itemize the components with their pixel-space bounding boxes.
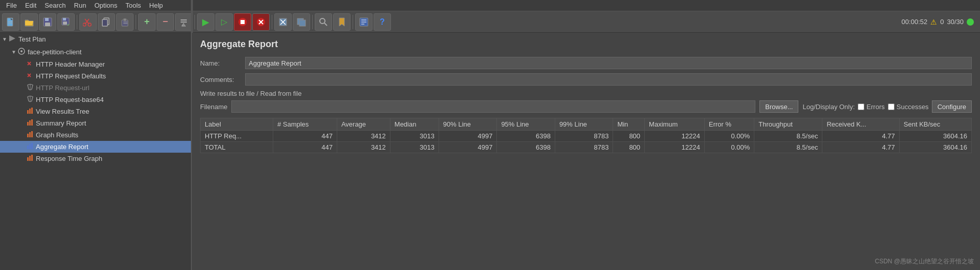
tree-label-http-header-manager: HTTP Header Manager [36, 60, 105, 68]
sidebar-item-http-request-base64[interactable]: HTTP Request-base64 [0, 94, 191, 106]
successes-checkbox[interactable] [888, 103, 895, 110]
comments-row: Comments: [200, 73, 972, 86]
separator-5 [312, 15, 313, 29]
toggle-button[interactable] [175, 13, 192, 31]
toolbar: + + − ▶ ▷ [0, 11, 980, 33]
sidebar-item-test-plan[interactable]: ▼Test Plan [0, 33, 191, 46]
copy-button[interactable] [98, 13, 115, 31]
stop-button[interactable] [234, 13, 251, 31]
svg-marker-36 [9, 35, 15, 41]
menu-edit[interactable]: Edit [21, 1, 40, 10]
tree-label-view-results-tree: View Results Tree [36, 108, 90, 115]
start-no-pause-button[interactable]: ▷ [215, 13, 233, 31]
sidebar-item-http-header-manager[interactable]: HTTP Header Manager [0, 58, 191, 70]
svg-rect-58 [29, 156, 31, 161]
sidebar-item-http-request-url[interactable]: HTTP Request-url [0, 82, 191, 94]
svg-rect-59 [31, 155, 33, 161]
clear-all-button[interactable] [293, 13, 310, 31]
filename-input[interactable] [231, 100, 755, 113]
help-button[interactable]: ? [374, 13, 391, 31]
aggregate-table: Label# SamplesAverageMedian90% Line95% L… [200, 118, 972, 153]
tree-label-aggregate-report: Aggregate Report [36, 143, 89, 151]
bookmark-button[interactable] [333, 13, 351, 31]
svg-rect-45 [27, 110, 29, 114]
tree-icon-response-time-graph [27, 154, 34, 163]
col-header: Average [337, 118, 390, 131]
sidebar-item-http-request-defaults[interactable]: HTTP Request Defaults [0, 70, 191, 82]
table-cell: 8783 [555, 131, 613, 142]
test-count: 30/30 [947, 18, 964, 26]
col-header: # Samples [273, 118, 337, 131]
separator-1 [77, 15, 77, 29]
menu-search[interactable]: Search [40, 1, 70, 10]
toolbar-status: 00:00:52 ⚠ 0 30/30 [902, 18, 978, 26]
svg-rect-56 [31, 143, 33, 149]
tree-label-test-plan: Test Plan [18, 35, 46, 43]
svg-rect-49 [29, 120, 31, 126]
start-button[interactable]: ▶ [197, 13, 214, 31]
sidebar-item-view-results-tree[interactable]: View Results Tree [0, 106, 191, 117]
remove-button[interactable]: − [157, 13, 174, 31]
cut-button[interactable] [79, 13, 97, 31]
menu-file[interactable]: File [2, 1, 21, 10]
table-row: TOTAL44734123013499763988783800122240.00… [201, 142, 972, 153]
filename-label: Filename [200, 103, 227, 111]
clear-button[interactable] [274, 13, 292, 31]
sidebar-item-aggregate-report[interactable]: Aggregate Report [0, 141, 191, 153]
shutdown-button[interactable] [252, 13, 270, 31]
successes-checkbox-label[interactable]: Successes [888, 103, 929, 111]
paste-button[interactable] [116, 13, 134, 31]
table-cell: 447 [273, 131, 337, 142]
svg-rect-8 [63, 22, 67, 25]
svg-rect-55 [29, 144, 31, 149]
table-cell: HTTP Req... [201, 131, 273, 142]
add-button[interactable]: + [138, 13, 156, 31]
sidebar-item-summary-report[interactable]: Summary Report [0, 117, 191, 129]
name-row: Name: [200, 57, 972, 69]
svg-point-12 [83, 23, 86, 26]
name-input[interactable] [245, 57, 972, 69]
errors-label: Errors [866, 103, 884, 111]
log-button[interactable] [355, 13, 373, 31]
table-cell: 3013 [390, 131, 439, 142]
svg-rect-5 [45, 23, 50, 26]
tree-label-http-request-base64: HTTP Request-base64 [36, 96, 104, 103]
svg-point-38 [20, 50, 23, 52]
table-cell: 3604.16 [899, 142, 971, 153]
separator-6 [353, 15, 353, 29]
status-green-indicator [967, 18, 974, 26]
tree-icon-http-request-base64 [27, 95, 34, 104]
panel-title: Aggregate Report [200, 39, 972, 50]
save-as-button[interactable]: + [57, 13, 75, 31]
col-header: Error % [705, 118, 754, 131]
warning-icon: ⚠ [930, 18, 937, 26]
menu-run[interactable]: Run [70, 1, 91, 10]
save-button[interactable] [39, 13, 56, 31]
menu-options[interactable]: Options [90, 1, 121, 10]
col-header: Median [390, 118, 439, 131]
table-cell: 4.77 [822, 131, 899, 142]
table-cell: 8.5/sec [754, 142, 822, 153]
col-header: 95% Line [497, 118, 555, 131]
browse-button[interactable]: Browse... [759, 100, 798, 113]
sidebar-item-face-petition-client[interactable]: ▼face-petition-client [0, 46, 191, 58]
table-cell: 4.77 [822, 142, 899, 153]
table-cell: 3412 [337, 131, 390, 142]
search-button[interactable] [315, 13, 332, 31]
svg-rect-50 [31, 119, 33, 126]
errors-checkbox[interactable] [858, 103, 864, 110]
new-button[interactable] [2, 13, 19, 31]
errors-checkbox-label[interactable]: Errors [858, 103, 884, 111]
table-cell: 12224 [645, 131, 705, 142]
comments-input[interactable] [245, 73, 972, 86]
tree-label-http-request-url: HTTP Request-url [36, 84, 90, 92]
menu-tools[interactable]: Tools [121, 1, 145, 10]
sidebar-item-graph-results[interactable]: Graph Results [0, 129, 191, 141]
tree-label-face-petition-client: face-petition-client [28, 48, 82, 56]
sidebar-item-response-time-graph[interactable]: Response Time Graph [0, 153, 191, 164]
open-button[interactable] [20, 13, 38, 31]
tree-label-response-time-graph: Response Time Graph [36, 155, 102, 162]
sidebar: ▼Test Plan▼face-petition-clientHTTP Head… [0, 33, 192, 270]
menu-help[interactable]: Help [145, 1, 167, 10]
configure-button[interactable]: Configure [932, 100, 972, 113]
